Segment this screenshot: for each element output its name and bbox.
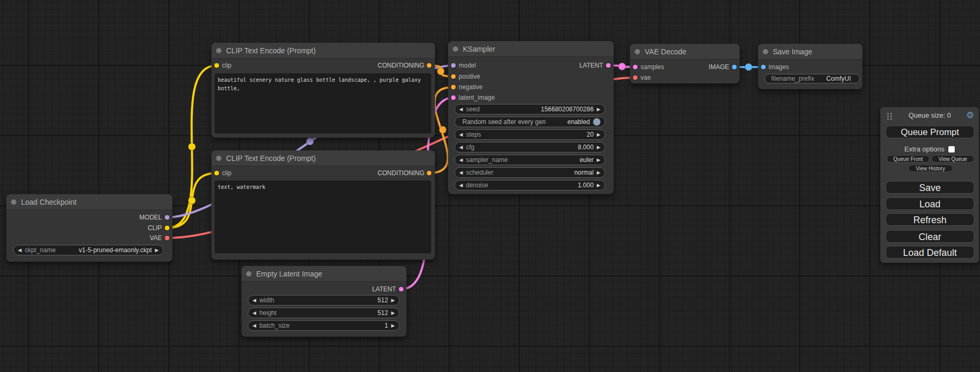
node-title-bar[interactable]: VAE Decode xyxy=(630,44,740,60)
node-save-image[interactable]: Save Image images filename_prefix ComfyU… xyxy=(758,44,862,89)
input-positive-label: positive xyxy=(448,71,614,82)
decrement-arrow-icon[interactable]: ◀ xyxy=(459,107,463,112)
node-vae-decode[interactable]: VAE Decode samples IMAGE vae xyxy=(630,44,740,83)
negative-prompt-textarea[interactable]: text, watermark xyxy=(215,180,431,253)
decrement-arrow-icon[interactable]: ◀ xyxy=(253,323,256,328)
queue-front-button[interactable]: Queue Front xyxy=(887,155,929,163)
collapse-dot-icon[interactable] xyxy=(216,156,221,161)
increment-arrow-icon[interactable]: ▶ xyxy=(391,311,395,316)
input-latent-image-label: latent_image xyxy=(448,92,614,103)
node-title: KSampler xyxy=(463,45,495,53)
input-clip-label: clip xyxy=(211,168,231,178)
node-title-bar[interactable]: KSampler xyxy=(448,41,614,57)
output-image-label: IMAGE xyxy=(709,62,740,72)
input-samples-label: samples xyxy=(630,62,664,72)
collapse-dot-icon[interactable] xyxy=(453,46,458,52)
queue-size-label: Queue size: 0 xyxy=(880,111,979,119)
decrement-arrow-icon[interactable]: ◀ xyxy=(18,248,22,253)
output-latent-label: LATENT xyxy=(579,60,614,71)
seed-widget[interactable]: ◀ seed 156680208700286 ▶ xyxy=(454,104,605,115)
save-button[interactable]: Save xyxy=(886,181,974,194)
extra-options-label: Extra options xyxy=(905,145,945,153)
input-clip-label: clip xyxy=(211,60,231,71)
link-midpoint-dot xyxy=(437,68,444,75)
node-title: VAE Decode xyxy=(645,47,686,56)
output-model-label: MODEL xyxy=(6,212,172,223)
node-ksampler[interactable]: KSampler model LATENT positive negative … xyxy=(448,41,614,194)
output-vae-label: VAE xyxy=(6,233,172,243)
load-default-button[interactable]: Load Default xyxy=(886,246,974,259)
batch-size-widget[interactable]: ◀ batch_size 1 ▶ xyxy=(248,320,400,331)
node-clip-text-encode-positive[interactable]: CLIP Text Encode (Prompt) clip CONDITION… xyxy=(211,43,435,138)
decrement-arrow-icon[interactable]: ◀ xyxy=(459,158,463,163)
collapse-dot-icon[interactable] xyxy=(11,199,16,205)
node-clip-text-encode-negative[interactable]: CLIP Text Encode (Prompt) clip CONDITION… xyxy=(211,150,435,260)
node-title-bar[interactable]: Load Checkpoint xyxy=(6,194,172,210)
link-clip-to-negative-prompt xyxy=(167,173,217,228)
node-load-checkpoint[interactable]: Load Checkpoint MODEL CLIP VAE ◀ ckpt_na… xyxy=(6,194,172,262)
graph-canvas[interactable]: Load Checkpoint MODEL CLIP VAE ◀ ckpt_na… xyxy=(0,0,980,372)
increment-arrow-icon[interactable]: ▶ xyxy=(597,107,600,112)
clear-button[interactable]: Clear xyxy=(886,230,974,243)
output-conditioning-label: CONDITIONING xyxy=(377,168,435,178)
view-history-button[interactable]: View History xyxy=(908,165,953,172)
denoise-widget[interactable]: ◀ denoise 1.000 ▶ xyxy=(454,180,605,190)
queue-prompt-button[interactable]: Queue Prompt xyxy=(886,126,974,138)
output-conditioning-label: CONDITIONING xyxy=(377,60,435,71)
link-midpoint-dot xyxy=(439,126,447,133)
increment-arrow-icon[interactable]: ▶ xyxy=(391,298,395,303)
decrement-arrow-icon[interactable]: ◀ xyxy=(253,311,256,316)
gear-icon[interactable]: ⚙ xyxy=(966,110,974,121)
toggle-circle-icon[interactable] xyxy=(593,118,600,126)
node-title-bar[interactable]: CLIP Text Encode (Prompt) xyxy=(211,150,435,166)
height-widget[interactable]: ◀ height 512 ▶ xyxy=(248,308,400,318)
decrement-arrow-icon[interactable]: ◀ xyxy=(459,132,463,137)
ckpt-name-widget[interactable]: ◀ ckpt_name v1-5-pruned-emaonly.ckpt ▶ xyxy=(13,245,163,255)
link-midpoint-dot xyxy=(745,63,752,71)
node-title-bar[interactable]: Empty Latent Image xyxy=(241,266,406,282)
decrement-arrow-icon[interactable]: ◀ xyxy=(253,298,256,303)
scheduler-widget[interactable]: ◀ scheduler normal ▶ xyxy=(454,167,605,178)
node-empty-latent-image[interactable]: Empty Latent Image LATENT ◀ width 512 ▶ … xyxy=(241,266,406,337)
decrement-arrow-icon[interactable]: ◀ xyxy=(459,145,463,150)
collapse-dot-icon[interactable] xyxy=(246,271,251,276)
decrement-arrow-icon[interactable]: ◀ xyxy=(459,170,463,175)
increment-arrow-icon[interactable]: ▶ xyxy=(597,132,600,137)
width-widget[interactable]: ◀ width 512 ▶ xyxy=(248,295,400,306)
output-clip-label: CLIP xyxy=(6,223,172,233)
increment-arrow-icon[interactable]: ▶ xyxy=(597,170,600,175)
increment-arrow-icon[interactable]: ▶ xyxy=(155,248,159,253)
link-clip-to-positive-prompt xyxy=(167,65,217,228)
node-title: Load Checkpoint xyxy=(21,198,76,206)
load-button[interactable]: Load xyxy=(886,197,974,210)
random-seed-toggle-widget[interactable]: Random seed after every gen enabled xyxy=(454,117,605,127)
input-model-label: model xyxy=(448,60,476,71)
increment-arrow-icon[interactable]: ▶ xyxy=(597,158,600,163)
queue-panel: Queue size: 0 ⚙ Queue Prompt Extra optio… xyxy=(880,107,979,263)
node-title-bar[interactable]: CLIP Text Encode (Prompt) xyxy=(211,43,435,59)
node-title: CLIP Text Encode (Prompt) xyxy=(226,46,316,55)
link-midpoint-dot xyxy=(188,143,196,150)
link-midpoint-dot xyxy=(618,63,626,70)
input-negative-label: negative xyxy=(448,82,614,92)
filename-prefix-widget[interactable]: filename_prefix ComfyUI xyxy=(764,74,860,83)
decrement-arrow-icon[interactable]: ◀ xyxy=(459,183,463,188)
cfg-widget[interactable]: ◀ cfg 8.000 ▶ xyxy=(454,142,605,152)
steps-widget[interactable]: ◀ steps 20 ▶ xyxy=(454,129,605,140)
link-midpoint-dot xyxy=(188,197,196,204)
refresh-button[interactable]: Refresh xyxy=(886,213,974,226)
extra-options-checkbox[interactable] xyxy=(948,146,955,152)
increment-arrow-icon[interactable]: ▶ xyxy=(597,183,600,188)
node-title: Empty Latent Image xyxy=(256,270,322,278)
collapse-dot-icon[interactable] xyxy=(635,49,640,54)
input-vae-label: vae xyxy=(630,72,740,83)
collapse-dot-icon[interactable] xyxy=(216,48,221,53)
node-title-bar[interactable]: Save Image xyxy=(758,44,862,60)
increment-arrow-icon[interactable]: ▶ xyxy=(597,145,600,150)
collapse-dot-icon[interactable] xyxy=(763,49,768,54)
positive-prompt-textarea[interactable]: beautiful scenery nature glass bottle la… xyxy=(215,73,431,133)
increment-arrow-icon[interactable]: ▶ xyxy=(391,323,395,328)
view-queue-button[interactable]: View Queue xyxy=(932,155,974,163)
sampler-name-widget[interactable]: ◀ sampler_name euler ▶ xyxy=(454,155,605,165)
node-title: Save Image xyxy=(773,47,812,56)
